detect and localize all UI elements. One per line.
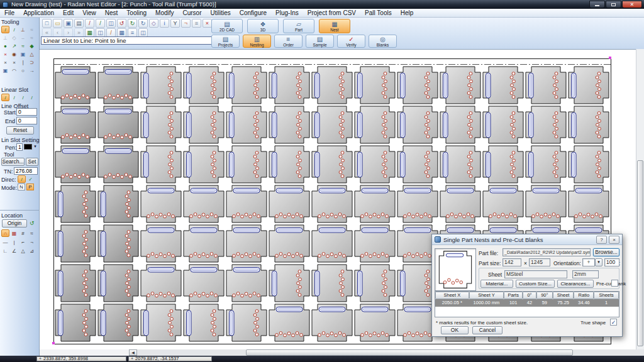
- dialog-help-button[interactable]: ?: [596, 236, 607, 244]
- horizontal-scrollbar-thumb[interactable]: [246, 349, 573, 356]
- sheet-table-icon[interactable]: ▦: [85, 28, 94, 37]
- tool-point-icon[interactable]: ●: [1, 42, 9, 50]
- menu-cursor[interactable]: Cursor: [179, 9, 206, 17]
- menu-utilities[interactable]: Utilities: [206, 9, 235, 17]
- pen-color-swatch[interactable]: [24, 144, 32, 150]
- ok-button[interactable]: OK: [441, 326, 469, 334]
- tool-slot-array-icon[interactable]: ≈: [28, 26, 36, 33]
- snap-points-icon[interactable]: ≈: [28, 229, 36, 237]
- workflow-nest[interactable]: ▦Nest: [319, 19, 350, 33]
- menu-pall-tools[interactable]: Pall Tools: [360, 9, 396, 17]
- split-view-icon[interactable]: ◫: [138, 28, 148, 37]
- draw-pen-icon[interactable]: /: [96, 19, 105, 28]
- clearances-button[interactable]: Clearances...: [557, 280, 594, 288]
- menu-application[interactable]: Application: [19, 9, 58, 17]
- snap-intersection-icon[interactable]: #: [19, 229, 27, 237]
- delete-tooling-icon[interactable]: ×: [203, 19, 212, 28]
- snap-corner-tl-icon[interactable]: ⌐: [19, 238, 27, 246]
- workflow-nesting[interactable]: ▥Nesting: [243, 35, 271, 48]
- snap-grid-icon[interactable]: ▦: [10, 229, 18, 237]
- start-input[interactable]: 0: [16, 108, 37, 116]
- origin-button[interactable]: Origin: [2, 219, 27, 228]
- tool-diamond-icon[interactable]: ◆: [28, 42, 36, 50]
- workflow-verify[interactable]: ✓Verify: [337, 35, 365, 48]
- menu-file[interactable]: File: [0, 9, 19, 17]
- tool-slot-pair-icon[interactable]: ⊥: [19, 26, 27, 33]
- snap-flag-icon[interactable]: ¬: [181, 19, 191, 28]
- vertical-scrollbar-thumb[interactable]: [637, 160, 643, 346]
- tool-stamp-icon[interactable]: ▣: [19, 50, 27, 58]
- tool-arc-icon[interactable]: ◠: [10, 67, 18, 74]
- minimize-button[interactable]: [589, 1, 605, 8]
- scroll-left-arrow-icon[interactable]: ◀: [129, 349, 137, 356]
- workflow-2d-cad[interactable]: ▤2D CAD: [211, 19, 243, 33]
- tool-dash-slot-icon[interactable]: –: [19, 34, 27, 41]
- menu-nest[interactable]: Nest: [101, 9, 123, 17]
- batch-value[interactable]: 100: [604, 258, 619, 266]
- tool-divide-icon[interactable]: ∣: [19, 58, 27, 66]
- horizontal-scrollbar[interactable]: ◀: [40, 349, 644, 356]
- table-header-sheet[interactable]: Sheet: [553, 292, 574, 299]
- snap-vertical-icon[interactable]: |: [10, 238, 18, 246]
- workflow-blanks[interactable]: ◎Blanks: [369, 35, 397, 48]
- tool-hand-icon[interactable]: ⊃: [28, 58, 36, 66]
- precut-blank-checkbox[interactable]: [611, 280, 618, 287]
- snap-perpendicular-icon[interactable]: ∟: [1, 247, 9, 255]
- grid-view-icon[interactable]: ▦: [117, 28, 126, 37]
- last-sheet-icon[interactable]: »: [74, 28, 84, 37]
- snap-tangent-icon[interactable]: ⊿: [28, 247, 36, 255]
- menu-modify[interactable]: Modify: [151, 9, 178, 17]
- table-header-sheet-y[interactable]: Sheet Y: [469, 292, 504, 299]
- orientation-dropdown[interactable]: +: [582, 258, 595, 266]
- restore-button[interactable]: [606, 1, 621, 8]
- tool-corner-icon[interactable]: ▣: [1, 67, 9, 74]
- menu-project-from-csv[interactable]: Project from CSV: [303, 9, 360, 17]
- tool-cross-a-icon[interactable]: ×: [1, 58, 9, 66]
- info-icon[interactable]: i: [160, 19, 169, 28]
- dialog-title-bar[interactable]: Single Part Nests and Pre-Cut Blanks ? ×: [432, 234, 622, 245]
- cancel-button[interactable]: Cancel: [472, 326, 502, 334]
- direction-check-icon[interactable]: ✓: [26, 175, 35, 183]
- menu-tooling[interactable]: Tooling: [122, 9, 151, 17]
- table-header-0-[interactable]: 0°: [523, 292, 536, 299]
- pen-dropdown-arrow-icon[interactable]: ▼: [33, 145, 37, 148]
- prev-sheet-icon[interactable]: ‹: [53, 28, 62, 37]
- tool-linear-slot-icon[interactable]: /: [1, 26, 9, 33]
- next-sheet-icon[interactable]: ›: [64, 28, 73, 37]
- node-edit-icon[interactable]: ◇: [149, 19, 158, 28]
- copy-icon[interactable]: ◫: [106, 19, 116, 28]
- menu-configure[interactable]: Configure: [235, 9, 271, 17]
- mode-n-toggle[interactable]: N: [18, 184, 25, 190]
- menu-view[interactable]: View: [78, 9, 101, 17]
- new-drawing-icon[interactable]: □: [42, 19, 52, 28]
- filter-icon[interactable]: Y: [170, 19, 180, 28]
- workflow-3d[interactable]: ❖3D: [247, 19, 279, 33]
- linear-slot-mid-icon[interactable]: /: [10, 94, 18, 101]
- table-header-parts[interactable]: Parts: [504, 292, 523, 299]
- tool-fit-slot-icon[interactable]: ≈: [28, 34, 36, 41]
- sketch-zoom-icon[interactable]: /: [106, 28, 116, 37]
- save-file-icon[interactable]: ▣: [64, 19, 73, 28]
- tool-perp-slot-icon[interactable]: ⊥: [1, 34, 9, 41]
- close-button[interactable]: ×: [622, 1, 642, 8]
- edit-pencil-icon[interactable]: /: [85, 19, 94, 28]
- workflow-projects[interactable]: ▤Projects: [211, 35, 240, 48]
- tool-slot-to-line-icon[interactable]: /: [10, 26, 18, 33]
- undo-icon[interactable]: ↺: [117, 19, 126, 28]
- vertical-scrollbar[interactable]: [636, 49, 644, 349]
- menu-help[interactable]: Help: [396, 9, 418, 17]
- linear-slot-end-icon[interactable]: /: [28, 94, 36, 101]
- open-file-icon[interactable]: ▭: [53, 19, 62, 28]
- direction-forward-icon[interactable]: /: [18, 175, 26, 183]
- tool-shape-icon[interactable]: △: [28, 50, 36, 58]
- results-table-selected-row[interactable]: 2050.05 *1000.00 mm101425975.2534.461: [435, 299, 619, 307]
- tool-rail-icon[interactable]: ≡: [192, 19, 201, 28]
- snap-corner-tr-icon[interactable]: ¬: [28, 238, 36, 246]
- snap-angle-icon[interactable]: ∠: [10, 247, 18, 255]
- orientation-dropdown-arrow-icon[interactable]: ▼: [595, 258, 602, 266]
- table-header-sheets[interactable]: Sheets: [594, 292, 619, 299]
- dialog-close-button[interactable]: ×: [609, 236, 619, 244]
- tool-spline-icon[interactable]: ≈: [19, 42, 27, 50]
- table-header-ratio[interactable]: Ratio: [574, 292, 594, 299]
- snap-triangle-icon[interactable]: △: [19, 247, 27, 255]
